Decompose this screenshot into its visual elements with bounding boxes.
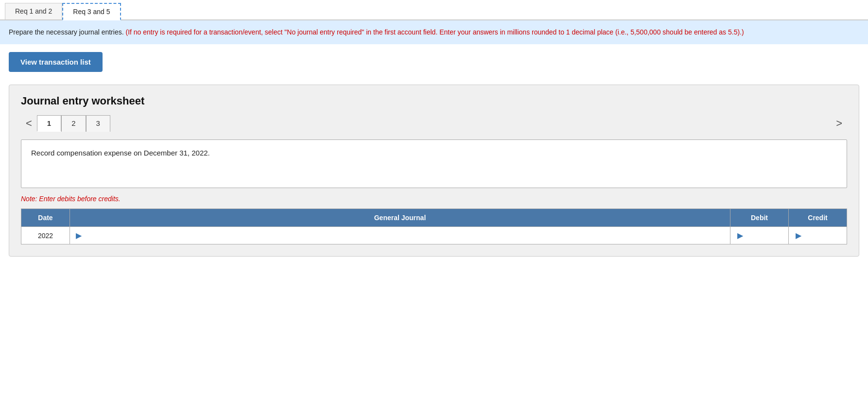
journal-table: Date General Journal Debit Credit 2022 ▶ — [21, 208, 847, 244]
col-header-journal: General Journal — [70, 209, 730, 227]
worksheet-title: Journal entry worksheet — [21, 95, 847, 107]
cell-journal: ▶ — [70, 227, 730, 244]
instruction-red: (If no entry is required for a transacti… — [125, 28, 744, 36]
journal-input-container: ▶ — [76, 231, 724, 240]
credit-input-container: ▶ — [795, 231, 841, 240]
page-tab-2[interactable]: 2 — [61, 115, 86, 132]
note-text: Note: Enter debits before credits. — [21, 195, 847, 203]
cell-date: 2022 — [21, 227, 70, 244]
tab-req1and2-label: Req 1 and 2 — [15, 7, 52, 15]
description-box: Record compensation expense on December … — [21, 139, 847, 188]
tab-req3and5[interactable]: Req 3 and 5 — [62, 3, 121, 20]
instruction-plain: Prepare the necessary journal entries. — [9, 28, 125, 36]
table-header-row: Date General Journal Debit Credit — [21, 209, 847, 227]
debit-input-container: ▶ — [736, 231, 782, 240]
credit-input[interactable] — [803, 232, 840, 240]
page-tabs: 1 2 3 — [37, 115, 110, 132]
pagination-row: < 1 2 3 > — [21, 115, 847, 132]
tab-bar: Req 1 and 2 Req 3 and 5 — [0, 0, 868, 20]
tab-req3and5-label: Req 3 and 5 — [73, 8, 110, 16]
page-prev-arrow[interactable]: < — [21, 115, 37, 132]
worksheet-card: Journal entry worksheet < 1 2 3 > Record… — [9, 85, 859, 257]
cell-credit: ▶ — [789, 227, 847, 244]
debit-cell-arrow[interactable]: ▶ — [737, 231, 743, 240]
table-row: 2022 ▶ ▶ ▶ — [21, 227, 847, 244]
instruction-box: Prepare the necessary journal entries. (… — [0, 20, 868, 44]
col-header-credit: Credit — [789, 209, 847, 227]
page-tab-1[interactable]: 1 — [37, 115, 61, 132]
page-next-arrow[interactable]: > — [831, 115, 847, 132]
col-header-date: Date — [21, 209, 70, 227]
journal-cell-arrow[interactable]: ▶ — [76, 231, 82, 240]
cell-debit: ▶ — [730, 227, 789, 244]
journal-input[interactable] — [84, 232, 724, 240]
view-transaction-button[interactable]: View transaction list — [9, 52, 103, 72]
tab-req1and2[interactable]: Req 1 and 2 — [5, 3, 62, 19]
page-tab-3[interactable]: 3 — [86, 115, 110, 132]
description-text: Record compensation expense on December … — [31, 149, 210, 157]
credit-cell-arrow[interactable]: ▶ — [796, 231, 801, 240]
debit-input[interactable] — [745, 232, 782, 240]
col-header-debit: Debit — [730, 209, 789, 227]
